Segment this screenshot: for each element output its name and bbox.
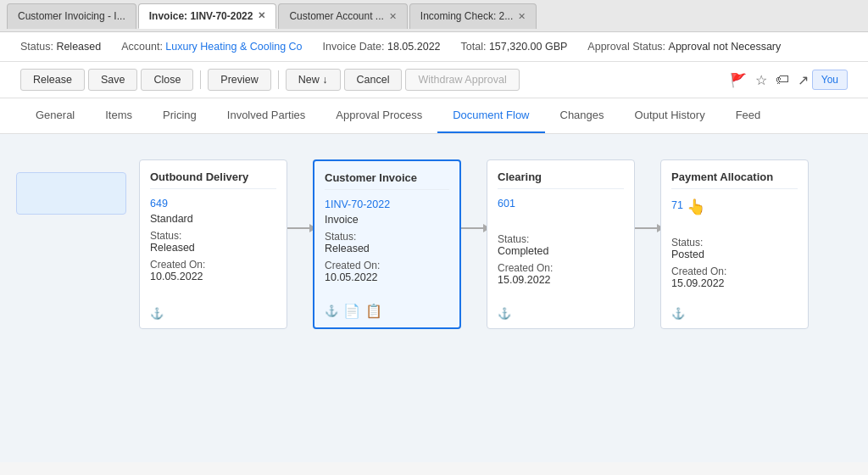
approval-label: Approval Status: [587, 41, 668, 53]
tab-incoming-check[interactable]: Incoming Check: 2... ✕ [409, 3, 537, 29]
tab-label: Incoming Check: 2... [420, 10, 513, 22]
status-label: Status: [20, 41, 56, 53]
close-button[interactable]: Close [141, 69, 193, 91]
close-icon[interactable]: ✕ [389, 11, 397, 22]
invoice-date-label: Invoice Date: [323, 41, 387, 53]
created-label: Created On: [671, 265, 798, 277]
created-label: Created On: [325, 260, 449, 271]
account-link[interactable]: Luxury Heating & Cooling Co [165, 41, 302, 53]
status-value: Released [150, 242, 276, 254]
card-title: Payment Allocation [671, 170, 798, 189]
anchor-icon[interactable]: ⚓ [671, 307, 685, 320]
tab-approval-process[interactable]: Approval Process [320, 98, 437, 133]
created-label: Created On: [150, 259, 276, 271]
icon-row: ⚓ [150, 307, 164, 320]
status-bar: Status: Released Account: Luxury Heating… [0, 32, 868, 62]
document-flow: Outbound Delivery 649 Standard Status: R… [20, 151, 848, 329]
close-icon[interactable]: ✕ [518, 11, 526, 22]
connector [461, 159, 487, 229]
payment-allocation-card: Payment Allocation 71 👆 Status: Posted C… [660, 159, 809, 329]
pdf-icon[interactable]: 📄 [343, 303, 360, 319]
star-icon[interactable]: ☆ [755, 72, 767, 88]
new-button[interactable]: New ↓ [286, 69, 341, 91]
status-label: Status: [671, 237, 798, 249]
status-value: Released [325, 243, 449, 254]
card-text-value: Standard [150, 213, 276, 225]
withdraw-button[interactable]: Withdraw Approval [405, 69, 519, 91]
tab-invoicing[interactable]: Customer Invoicing - I... [7, 3, 136, 29]
save-button[interactable]: Save [88, 69, 138, 91]
main-content: Outbound Delivery 649 Standard Status: R… [0, 134, 868, 462]
connector [287, 159, 313, 229]
status-value: Completed [498, 245, 624, 257]
status-label: Status: [150, 230, 276, 242]
created-value: 15.09.2022 [671, 277, 798, 289]
doc-icon[interactable]: 📋 [365, 303, 382, 319]
anchor-icon[interactable]: ⚓ [325, 305, 338, 317]
outbound-delivery-card: Outbound Delivery 649 Standard Status: R… [139, 159, 287, 329]
card-link-value[interactable]: 71 [671, 199, 683, 211]
created-label: Created On: [498, 262, 624, 274]
total-value: 157,320.00 GBP [489, 41, 567, 53]
anchor-icon[interactable]: ⚓ [150, 307, 164, 320]
separator [200, 70, 201, 89]
tab-output-history[interactable]: Output History [620, 98, 721, 133]
cursor-icon: 👆 [687, 198, 705, 216]
created-value: 15.09.2022 [498, 274, 624, 286]
tab-invoice[interactable]: Invoice: 1INV-70-2022 ✕ [138, 3, 277, 29]
card-title: Outbound Delivery [150, 170, 276, 189]
tab-document-flow[interactable]: Document Flow [437, 98, 544, 133]
nav-tabs: General Items Pricing Involved Parties A… [0, 98, 868, 134]
tab-changes[interactable]: Changes [545, 98, 620, 133]
tab-pricing[interactable]: Pricing [147, 98, 212, 133]
tab-label: Customer Account ... [289, 10, 383, 22]
tab-customer-account[interactable]: Customer Account ... ✕ [278, 3, 407, 29]
status-value: Posted [671, 249, 798, 260]
card-link-value[interactable]: 601 [498, 198, 624, 210]
cancel-button[interactable]: Cancel [344, 69, 403, 91]
created-value: 10.05.2022 [325, 271, 449, 283]
card-title: Clearing [498, 170, 624, 189]
tab-feed[interactable]: Feed [721, 98, 776, 133]
account-label: Account: [121, 41, 165, 53]
separator [278, 70, 279, 89]
card-link-value[interactable]: 1INV-70-2022 [325, 198, 449, 210]
icon-row: ⚓ [671, 307, 685, 320]
customer-invoice-card: Customer Invoice 1INV-70-2022 Invoice St… [313, 159, 461, 329]
preview-button[interactable]: Preview [208, 69, 270, 91]
connector-line [461, 227, 487, 229]
anchor-icon[interactable]: ⚓ [498, 307, 511, 320]
invoice-date-value: 18.05.2022 [387, 41, 441, 53]
tab-label: Invoice: 1INV-70-2022 [149, 10, 253, 22]
status-label: Status: [325, 231, 449, 243]
connector-line [635, 227, 660, 229]
tab-general[interactable]: General [20, 98, 90, 133]
close-icon[interactable]: ✕ [258, 10, 265, 21]
status-label: Status: [498, 233, 624, 245]
tab-bar: Customer Invoicing - I... Invoice: 1INV-… [0, 0, 868, 32]
total-label: Total: [461, 41, 489, 53]
you-button[interactable]: You [812, 70, 848, 90]
tab-label: Customer Invoicing - I... [18, 10, 125, 22]
toolbar: Release Save Close Preview New ↓ Cancel … [0, 62, 868, 98]
approval-value: Approval not Necessary [669, 41, 782, 53]
card-title: Customer Invoice [325, 171, 449, 190]
toolbar-icons: 🚩 ☆ 🏷 ↗ [730, 72, 809, 88]
share-icon[interactable]: ↗ [798, 72, 809, 88]
icon-row: ⚓ [498, 307, 511, 320]
connector-line [287, 227, 313, 229]
flag-icon[interactable]: 🚩 [730, 72, 747, 88]
tab-items[interactable]: Items [90, 98, 147, 133]
icon-row: ⚓ 📄 📋 [325, 303, 382, 319]
status-value: Released [56, 41, 101, 53]
clearing-card: Clearing 601 Status: Completed Created O… [487, 159, 635, 329]
card-link-value[interactable]: 649 [150, 198, 276, 210]
created-value: 10.05.2022 [150, 271, 276, 282]
connector [635, 159, 660, 229]
tag-icon[interactable]: 🏷 [776, 72, 789, 87]
card-text-value: Invoice [325, 214, 449, 226]
release-button[interactable]: Release [20, 69, 85, 91]
partial-card [16, 172, 126, 215]
tab-involved-parties[interactable]: Involved Parties [212, 98, 321, 133]
